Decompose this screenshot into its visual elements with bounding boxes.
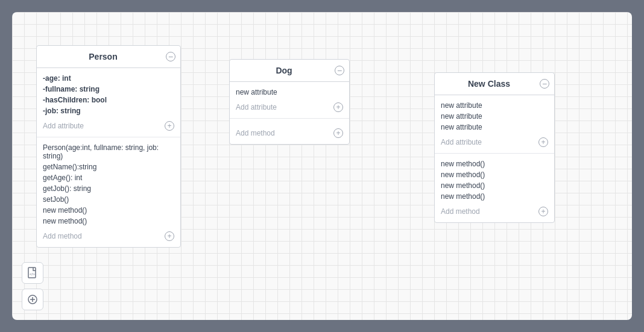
- list-item: new method(): [43, 205, 174, 216]
- list-item: new method(): [441, 191, 548, 202]
- dog-add-method-label: Add method: [236, 129, 275, 137]
- dog-title: Dog: [276, 66, 292, 75]
- file-icon: </>: [27, 267, 38, 279]
- newclass-add-method-row: Add method +: [441, 204, 548, 218]
- list-item: -age: int: [43, 73, 174, 84]
- dog-add-method-button[interactable]: +: [333, 128, 343, 138]
- newclass-attributes-section: new attribute new attribute new attribut…: [435, 95, 554, 154]
- person-add-attribute-button[interactable]: +: [165, 121, 174, 131]
- add-icon: [28, 295, 37, 304]
- newclass-add-method-label: Add method: [441, 207, 480, 216]
- list-item: new attribute: [441, 122, 548, 133]
- newclass-remove-button[interactable]: −: [540, 79, 549, 89]
- newclass-add-attribute-button[interactable]: +: [538, 137, 548, 147]
- newclass-methods-section: new method() new method() new method() n…: [435, 154, 554, 222]
- list-item: setJob(): [43, 194, 174, 205]
- dog-add-method-row: Add method +: [236, 126, 343, 139]
- newclass-add-attribute-label: Add attribute: [441, 138, 482, 146]
- list-item: -job: string: [43, 105, 174, 116]
- list-item: new attribute: [236, 87, 343, 98]
- newclass-add-attribute-row: Add attribute +: [441, 135, 548, 148]
- svg-text:</>: </>: [30, 272, 35, 276]
- dog-methods-section: Add method +: [230, 119, 349, 144]
- dog-add-attribute-row: Add attribute +: [236, 100, 343, 113]
- dog-card-header: Dog −: [230, 60, 349, 82]
- list-item: new method(): [441, 180, 548, 191]
- list-item: getAge(): int: [43, 172, 174, 183]
- person-card-header: Person −: [37, 46, 180, 68]
- person-add-method-row: Add method +: [43, 229, 174, 242]
- list-item: -hasChildren: bool: [43, 95, 174, 105]
- person-card: Person − -age: int -fullname: string -ha…: [36, 45, 181, 248]
- newclass-card-header: New Class −: [435, 73, 554, 95]
- add-class-button[interactable]: [22, 289, 43, 310]
- person-title: Person: [89, 52, 117, 61]
- file-button[interactable]: </>: [22, 262, 43, 284]
- person-attributes-section: -age: int -fullname: string -hasChildren…: [37, 68, 180, 137]
- newclass-title: New Class: [468, 79, 510, 89]
- newclass-add-method-button[interactable]: +: [538, 207, 548, 216]
- list-item: -fullname: string: [43, 84, 174, 95]
- list-item: getJob(): string: [43, 183, 174, 194]
- person-add-attribute-row: Add attribute +: [43, 119, 174, 132]
- person-methods-section: Person(age:int, fullname: string, job: s…: [37, 137, 180, 247]
- list-item: new method(): [43, 216, 174, 227]
- list-item: Person(age:int, fullname: string, job: s…: [43, 142, 174, 161]
- dog-card: Dog − new attribute Add attribute + Add …: [229, 59, 350, 145]
- dog-remove-button[interactable]: −: [335, 66, 344, 75]
- dog-add-attribute-button[interactable]: +: [333, 102, 343, 112]
- list-item: new attribute: [441, 100, 548, 111]
- person-remove-button[interactable]: −: [166, 52, 175, 61]
- list-item: new method(): [441, 169, 548, 180]
- canvas: Person − -age: int -fullname: string -ha…: [12, 12, 632, 320]
- list-item: getName():string: [43, 161, 174, 172]
- dog-add-attribute-label: Add attribute: [236, 103, 277, 111]
- person-add-method-button[interactable]: +: [165, 231, 174, 241]
- newclass-card: New Class − new attribute new attribute …: [434, 72, 555, 223]
- list-item: new attribute: [441, 111, 548, 122]
- dog-attributes-section: new attribute Add attribute +: [230, 82, 349, 119]
- list-item: new method(): [441, 158, 548, 169]
- person-add-method-label: Add method: [43, 232, 82, 240]
- toolbar: </>: [22, 262, 43, 310]
- person-add-attribute-label: Add attribute: [43, 122, 84, 130]
